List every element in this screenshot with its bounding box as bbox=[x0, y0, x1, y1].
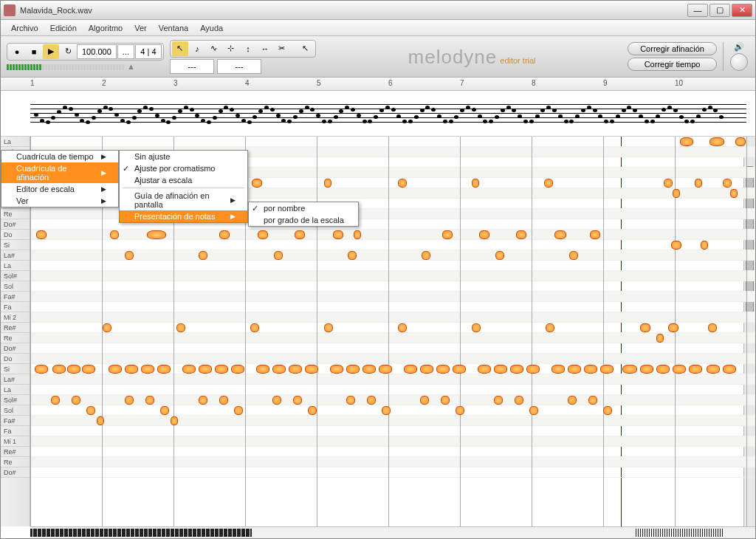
note-blob[interactable] bbox=[125, 365, 138, 374]
note-blob[interactable] bbox=[295, 230, 305, 239]
note-blob[interactable] bbox=[584, 365, 597, 374]
note-blob[interactable] bbox=[707, 365, 720, 374]
context-menu-item[interactable]: Ajustar a escala bbox=[120, 174, 247, 186]
piano-key[interactable]: Do# bbox=[1, 219, 30, 230]
note-blob[interactable] bbox=[36, 230, 47, 239]
note-blob[interactable] bbox=[35, 365, 48, 374]
note-blob[interactable] bbox=[568, 396, 577, 405]
pitch-tool[interactable]: ♪ bbox=[189, 41, 205, 56]
note-blob[interactable] bbox=[72, 396, 80, 405]
note-blob[interactable] bbox=[730, 189, 738, 198]
piano-key[interactable]: La bbox=[1, 137, 30, 147]
stop-button[interactable]: ■ bbox=[26, 44, 42, 59]
note-blob[interactable] bbox=[478, 365, 491, 374]
play-button[interactable]: ▶ bbox=[43, 44, 59, 59]
note-blob[interactable] bbox=[182, 365, 196, 374]
note-blob[interactable] bbox=[689, 365, 702, 374]
note-blob[interactable] bbox=[441, 396, 450, 405]
note-blob[interactable] bbox=[673, 189, 680, 198]
note-blob[interactable] bbox=[51, 396, 60, 405]
timesig-field[interactable]: 4 | 4 bbox=[135, 44, 162, 59]
note-blob[interactable] bbox=[701, 241, 708, 250]
maximize-button[interactable]: ▢ bbox=[709, 4, 730, 17]
note-blob[interactable] bbox=[709, 137, 724, 146]
note-blob[interactable] bbox=[544, 179, 553, 188]
note-blob[interactable] bbox=[199, 396, 207, 405]
piano-key[interactable]: Fa bbox=[1, 302, 30, 312]
secondary-pointer-tool[interactable]: ↖ bbox=[298, 41, 314, 56]
note-blob[interactable] bbox=[735, 137, 746, 146]
context-menu-item[interactable]: ✓Ajuste por cromatismo bbox=[120, 162, 247, 174]
note-blob[interactable] bbox=[600, 365, 614, 374]
note-blob[interactable] bbox=[145, 396, 154, 405]
piano-key[interactable]: Re# bbox=[1, 447, 30, 457]
note-blob[interactable] bbox=[546, 323, 554, 332]
menu-algoritmo[interactable]: Algoritmo bbox=[83, 22, 128, 34]
note-blob[interactable] bbox=[404, 365, 417, 374]
note-blob[interactable] bbox=[147, 230, 166, 239]
piano-key[interactable]: Sol# bbox=[1, 271, 30, 281]
note-blob[interactable] bbox=[333, 230, 343, 239]
note-blob[interactable] bbox=[516, 230, 526, 239]
note-blob[interactable] bbox=[494, 365, 507, 374]
context-menu-item[interactable]: Presentación de notas▶ bbox=[120, 210, 247, 222]
note-blob[interactable] bbox=[324, 323, 333, 332]
piano-key[interactable]: Fa# bbox=[1, 292, 30, 302]
menu-ayuda[interactable]: Ayuda bbox=[194, 22, 229, 34]
tempo-more-button[interactable]: ... bbox=[117, 44, 134, 59]
note-blob[interactable] bbox=[219, 230, 230, 239]
note-blob[interactable] bbox=[472, 179, 479, 188]
note-blob[interactable] bbox=[305, 365, 318, 374]
note-blob[interactable] bbox=[453, 365, 466, 374]
correct-time-button[interactable]: Corregir tiempo bbox=[628, 58, 717, 71]
note-blob[interactable] bbox=[125, 251, 134, 260]
note-blob[interactable] bbox=[551, 365, 565, 374]
note-blob[interactable] bbox=[529, 406, 538, 415]
pointer-tool[interactable]: ↖ bbox=[172, 41, 188, 56]
formant-tool[interactable]: ⊹ bbox=[223, 41, 239, 56]
note-blob[interactable] bbox=[272, 396, 281, 405]
note-blob[interactable] bbox=[494, 396, 503, 405]
menu-ventana[interactable]: Ventana bbox=[153, 22, 194, 34]
note-blob[interactable] bbox=[590, 230, 600, 239]
piano-key[interactable]: La# bbox=[1, 374, 30, 385]
note-blob[interactable] bbox=[640, 365, 653, 374]
piano-key[interactable]: Re# bbox=[1, 323, 30, 333]
note-blob[interactable] bbox=[436, 365, 450, 374]
menu-ver[interactable]: Ver bbox=[128, 22, 153, 34]
note-blob[interactable] bbox=[171, 416, 178, 425]
note-blob[interactable] bbox=[420, 365, 433, 374]
note-blob[interactable] bbox=[160, 406, 169, 415]
note-blob[interactable] bbox=[103, 323, 111, 332]
note-blob[interactable] bbox=[367, 396, 376, 405]
note-blob[interactable] bbox=[157, 365, 171, 374]
note-blob[interactable] bbox=[568, 365, 581, 374]
menu-archivo[interactable]: Archivo bbox=[5, 22, 44, 34]
note-blob[interactable] bbox=[52, 365, 66, 374]
note-blob[interactable] bbox=[398, 179, 407, 188]
context-menu-item[interactable]: Guía de afinación en pantalla▶ bbox=[120, 190, 247, 210]
note-blob[interactable] bbox=[324, 179, 331, 188]
note-blob[interactable] bbox=[97, 416, 104, 425]
piano-key[interactable]: La bbox=[1, 261, 30, 271]
note-blob[interactable] bbox=[354, 230, 361, 239]
piano-key[interactable]: Fa bbox=[1, 426, 30, 436]
amplitude-tool[interactable]: ↕ bbox=[240, 41, 256, 56]
context-menu-item[interactable]: Cuadrícula de afinación▶ bbox=[1, 162, 118, 183]
note-blob[interactable] bbox=[668, 323, 678, 332]
note-blob[interactable] bbox=[272, 365, 286, 374]
piano-key[interactable]: Si bbox=[1, 364, 30, 374]
note-blob[interactable] bbox=[382, 406, 391, 415]
separation-tool[interactable]: ✂ bbox=[274, 41, 290, 56]
context-menu-item[interactable]: Editor de escala▶ bbox=[1, 183, 118, 195]
note-blob[interactable] bbox=[176, 323, 185, 332]
time-ruler[interactable]: 12345678910 bbox=[1, 78, 755, 91]
piano-key[interactable]: Mi 2 bbox=[1, 312, 30, 323]
autoscroll-icon[interactable]: ▲ bbox=[127, 62, 135, 71]
context-menu-item[interactable]: Sin ajuste bbox=[120, 151, 247, 162]
note-blob[interactable] bbox=[67, 365, 80, 374]
note-blob[interactable] bbox=[708, 323, 717, 332]
note-blob[interactable] bbox=[362, 365, 376, 374]
note-blob[interactable] bbox=[622, 365, 637, 374]
note-blob[interactable] bbox=[554, 230, 566, 239]
